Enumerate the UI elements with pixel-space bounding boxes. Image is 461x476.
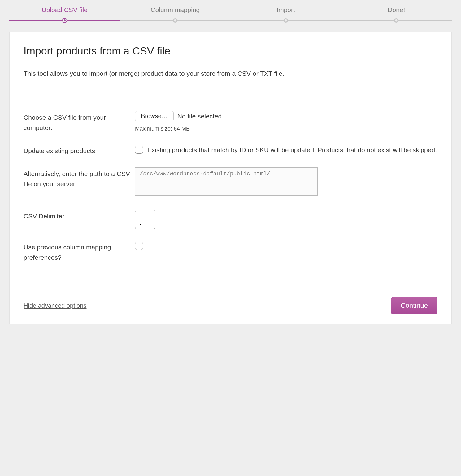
step-done-label: Done! — [341, 6, 452, 20]
server-path-input[interactable] — [135, 167, 318, 196]
step-upload: Upload CSV file — [9, 6, 120, 20]
row-choose-file: Choose a CSV file from your computer: Br… — [24, 105, 437, 139]
step-mapping-label: Column mapping — [120, 6, 230, 20]
row-update-existing: Update existing products Existing produc… — [24, 139, 437, 162]
page-description: This tool allows you to import (or merge… — [24, 69, 437, 79]
update-existing-checkbox[interactable] — [135, 146, 143, 154]
step-done: Done! — [341, 6, 452, 20]
row-delimiter: CSV Delimiter — [24, 204, 437, 235]
row-server-path: Alternatively, enter the path to a CSV f… — [24, 162, 437, 204]
max-size-hint: Maximum size: 64 MB — [135, 124, 437, 133]
step-mapping: Column mapping — [120, 6, 230, 20]
update-existing-description: Existing products that match by ID or SK… — [147, 144, 437, 156]
step-import-label: Import — [231, 6, 341, 20]
card-header: Import products from a CSV file This too… — [10, 32, 451, 96]
file-status-text: No file selected. — [177, 111, 224, 122]
step-dot-icon — [394, 18, 398, 23]
card-footer: Hide advanced options Continue — [10, 287, 451, 324]
continue-button[interactable]: Continue — [391, 297, 437, 314]
progress-steps: Upload CSV file Column mapping Import Do… — [9, 6, 452, 20]
browse-button[interactable]: Browse… — [135, 111, 174, 121]
step-dot-icon — [173, 18, 177, 23]
delimiter-input[interactable] — [135, 210, 155, 229]
step-import: Import — [231, 6, 341, 20]
update-existing-label: Update existing products — [24, 144, 135, 156]
toggle-advanced-link[interactable]: Hide advanced options — [24, 302, 86, 309]
server-path-label: Alternatively, enter the path to a CSV f… — [24, 167, 135, 189]
row-prev-mapping: Use previous column mapping preferences? — [24, 235, 437, 268]
import-card: Import products from a CSV file This too… — [9, 32, 452, 324]
prev-mapping-label: Use previous column mapping preferences? — [24, 241, 135, 263]
page-title: Import products from a CSV file — [24, 45, 437, 57]
choose-file-label: Choose a CSV file from your computer: — [24, 111, 135, 133]
card-body: Choose a CSV file from your computer: Br… — [10, 96, 451, 287]
step-dot-icon — [284, 18, 288, 23]
step-dot-icon — [62, 18, 67, 23]
prev-mapping-checkbox[interactable] — [135, 242, 143, 250]
delimiter-label: CSV Delimiter — [24, 210, 135, 221]
